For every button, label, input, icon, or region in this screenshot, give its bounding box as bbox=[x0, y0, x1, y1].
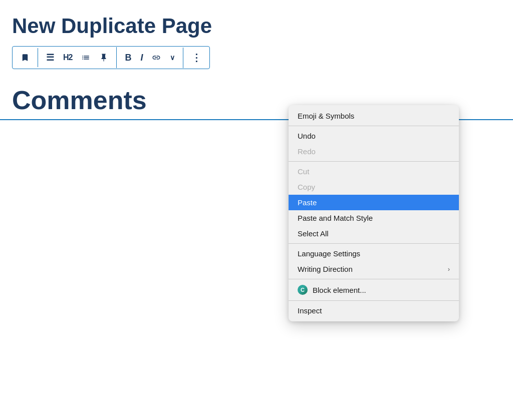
toolbar-group-style: B I ∨ bbox=[117, 48, 183, 68]
writing-direction-arrow-icon: › bbox=[448, 265, 450, 273]
toolbar-group-text: ☰ H2 bbox=[38, 47, 117, 68]
menu-item-language-settings[interactable]: Language Settings bbox=[289, 246, 459, 261]
menu-item-paste-match[interactable]: Paste and Match Style bbox=[289, 210, 459, 226]
menu-item-inspect[interactable]: Inspect bbox=[289, 303, 459, 318]
menu-item-block-element[interactable]: C Block element... bbox=[289, 281, 459, 298]
toolbar-group-bookmark bbox=[13, 48, 38, 67]
italic-button[interactable]: I bbox=[138, 51, 145, 65]
menu-item-redo: Redo bbox=[289, 144, 459, 159]
overflow-button[interactable]: ⋮ bbox=[189, 50, 203, 66]
heading2-button[interactable]: H2 bbox=[61, 51, 74, 64]
menu-item-writing-direction[interactable]: Writing Direction › bbox=[289, 261, 459, 277]
menu-item-emoji-symbols[interactable]: Emoji & Symbols bbox=[289, 108, 459, 124]
menu-item-copy: Copy bbox=[289, 179, 459, 195]
toolbar: ☰ H2 B I ∨ bbox=[12, 46, 210, 69]
pin-button[interactable] bbox=[97, 51, 110, 64]
align-button[interactable]: ☰ bbox=[44, 50, 56, 65]
menu-item-paste[interactable]: Paste bbox=[289, 195, 459, 210]
menu-separator-5 bbox=[289, 300, 459, 301]
link-button[interactable] bbox=[150, 51, 163, 64]
menu-item-cut: Cut bbox=[289, 164, 459, 179]
context-menu: Emoji & Symbols Undo Redo Cut Copy Paste… bbox=[289, 105, 459, 321]
menu-separator-4 bbox=[289, 279, 459, 279]
menu-separator-2 bbox=[289, 161, 459, 162]
bookmark-button[interactable] bbox=[19, 51, 32, 64]
list-button[interactable] bbox=[79, 51, 92, 64]
page-title: New Duplicate Page bbox=[0, 0, 513, 46]
bold-button[interactable]: B bbox=[123, 51, 133, 65]
menu-item-select-all[interactable]: Select All bbox=[289, 226, 459, 241]
block-element-icon: C bbox=[298, 285, 308, 295]
more-styles-button[interactable]: ∨ bbox=[168, 52, 177, 64]
menu-separator-3 bbox=[289, 243, 459, 244]
toolbar-group-overflow: ⋮ bbox=[183, 47, 209, 69]
menu-separator-1 bbox=[289, 126, 459, 126]
menu-item-undo[interactable]: Undo bbox=[289, 128, 459, 144]
